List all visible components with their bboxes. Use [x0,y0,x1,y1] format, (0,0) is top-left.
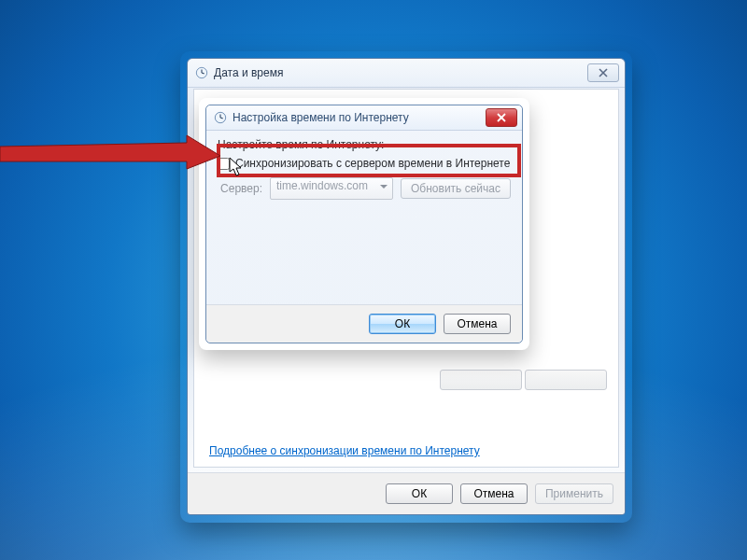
clock-icon [214,111,227,124]
parent-titlebar[interactable]: Дата и время [188,59,625,88]
sync-checkbox[interactable] [218,158,230,170]
internet-time-settings-dialog: Настройка времени по Интернету Настройте… [205,105,523,343]
clock-icon [195,66,208,79]
dialog-titlebar[interactable]: Настройка времени по Интернету [206,105,522,131]
dialog-instruction: Настройте время по Интернету: [218,138,511,151]
server-row: Сервер: time.windows.com Обновить сейчас [218,177,511,200]
close-icon [497,113,506,122]
parent-placeholder-button-1[interactable] [440,370,522,390]
parent-ok-button[interactable]: ОК [386,483,453,504]
sync-checkbox-row[interactable]: Синхронизировать с сервером времени в Ин… [218,157,511,170]
parent-close-button[interactable] [587,63,619,82]
server-label: Сервер: [218,182,262,195]
dialog-body: Настройте время по Интернету: Синхронизи… [206,131,522,203]
dialog-title: Настройка времени по Интернету [233,111,409,124]
parent-hidden-buttons [440,370,607,392]
dialog-cancel-button[interactable]: Отмена [444,314,511,334]
parent-cancel-button[interactable]: Отмена [460,483,528,504]
dialog-ok-button[interactable]: ОК [369,314,436,334]
parent-window-title: Дата и время [214,66,283,79]
parent-footer: ОК Отмена Применить [188,472,625,514]
server-combobox[interactable]: time.windows.com [270,177,393,200]
sync-help-link[interactable]: Подробнее о синхронизации времени по Инт… [209,444,480,457]
sync-checkbox-label: Синхронизировать с сервером времени в Ин… [235,157,510,170]
dialog-close-button[interactable] [486,108,517,127]
parent-placeholder-button-2[interactable] [525,370,607,390]
update-now-button[interactable]: Обновить сейчас [401,178,511,199]
dialog-footer: ОК Отмена [206,304,522,343]
parent-apply-button[interactable]: Применить [535,483,613,504]
close-icon [599,68,608,77]
